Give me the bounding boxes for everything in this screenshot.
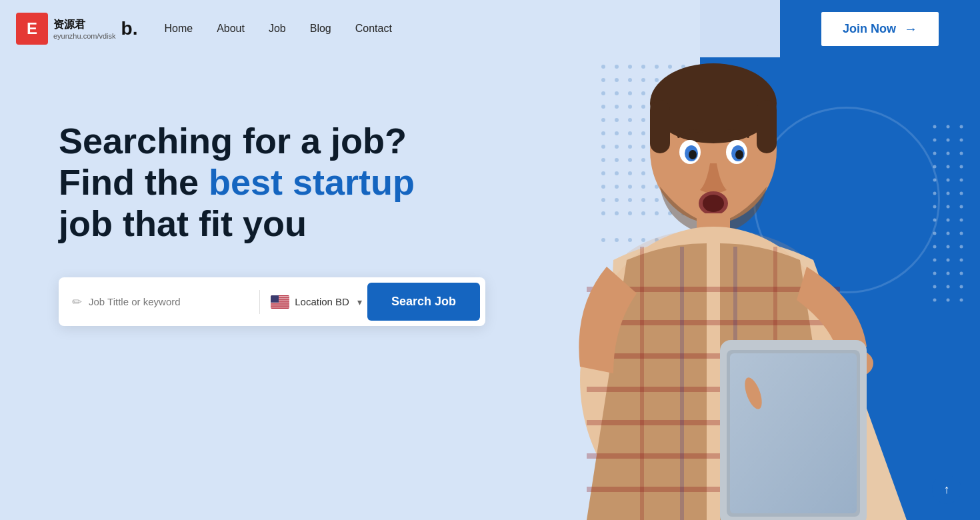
svg-point-142 — [947, 232, 950, 235]
nav: Home About Job Blog Contact — [164, 23, 391, 35]
logo: E 资源君 eyunzhu.com/vdisk b. — [16, 13, 137, 45]
svg-point-130 — [947, 179, 950, 182]
svg-rect-200 — [271, 305, 289, 306]
svg-point-156 — [933, 299, 937, 302]
arrow-up-icon: ↑ — [944, 483, 950, 497]
svg-rect-162 — [757, 100, 777, 153]
search-job-button[interactable]: Search Job — [367, 283, 480, 321]
svg-point-129 — [933, 179, 937, 182]
svg-point-117 — [933, 125, 937, 129]
nav-item-job[interactable]: Job — [269, 23, 286, 35]
pencil-icon: ✏ — [72, 295, 82, 309]
svg-rect-199 — [271, 303, 289, 305]
svg-point-151 — [947, 272, 950, 275]
svg-point-123 — [933, 152, 937, 155]
hero-content: Searching for a job? Find the best start… — [59, 120, 485, 326]
svg-rect-188 — [730, 353, 857, 513]
flag-icon — [271, 295, 289, 309]
svg-point-131 — [960, 179, 963, 182]
svg-point-139 — [947, 219, 950, 222]
svg-point-149 — [960, 259, 963, 262]
svg-point-122 — [960, 139, 963, 142]
logo-b-letter: b. — [121, 18, 138, 39]
svg-rect-195 — [271, 299, 289, 301]
header-left: E 资源君 eyunzhu.com/vdisk b. Home About Jo… — [0, 13, 392, 45]
svg-rect-174 — [587, 320, 840, 325]
svg-point-167 — [689, 150, 697, 159]
logo-text-block: 资源君 eyunzhu.com/vdisk — [53, 18, 116, 40]
job-search-input[interactable] — [89, 296, 249, 307]
svg-rect-201 — [271, 305, 289, 307]
location-selector[interactable]: Location BD ▾ — [271, 295, 362, 309]
scroll-up-button[interactable]: ↑ — [932, 475, 961, 504]
dot-pattern-right — [928, 120, 968, 320]
svg-point-153 — [933, 285, 937, 289]
svg-point-144 — [933, 245, 937, 249]
svg-point-124 — [947, 152, 950, 155]
location-text: Location BD — [295, 296, 349, 307]
nav-item-blog[interactable]: Blog — [310, 23, 331, 35]
join-now-button[interactable]: Join Now → — [820, 11, 940, 47]
logo-icon: E — [16, 13, 48, 45]
svg-point-150 — [933, 272, 937, 275]
logo-chinese-text: 资源君 — [53, 18, 116, 32]
svg-point-128 — [960, 165, 963, 169]
svg-point-168 — [735, 150, 743, 159]
svg-point-158 — [960, 299, 963, 302]
nav-item-about[interactable]: About — [217, 23, 245, 35]
svg-point-135 — [933, 205, 937, 209]
svg-point-145 — [947, 245, 950, 249]
svg-point-154 — [947, 285, 950, 289]
svg-point-132 — [933, 192, 937, 195]
svg-rect-198 — [271, 303, 289, 304]
svg-point-133 — [947, 192, 950, 195]
svg-rect-193 — [271, 297, 289, 299]
svg-point-148 — [947, 259, 950, 262]
svg-point-155 — [960, 285, 963, 289]
logo-url: eyunzhu.com/vdisk — [53, 32, 116, 40]
svg-point-127 — [947, 165, 950, 169]
svg-point-140 — [960, 219, 963, 222]
chevron-down-icon: ▾ — [357, 297, 362, 307]
header: E 资源君 eyunzhu.com/vdisk b. Home About Jo… — [0, 0, 980, 57]
search-bar: ✏ — [59, 277, 485, 326]
svg-rect-180 — [640, 247, 644, 520]
svg-point-125 — [960, 152, 963, 155]
svg-point-138 — [933, 219, 937, 222]
svg-point-141 — [933, 232, 937, 235]
svg-point-152 — [960, 272, 963, 275]
svg-rect-161 — [650, 100, 670, 153]
search-input-wrap: ✏ — [72, 295, 249, 309]
svg-rect-202 — [271, 307, 289, 308]
svg-point-137 — [960, 205, 963, 209]
header-right: Join Now → — [780, 0, 980, 57]
svg-point-143 — [960, 232, 963, 235]
svg-rect-196 — [271, 300, 289, 301]
svg-point-126 — [933, 165, 937, 169]
svg-point-121 — [947, 139, 950, 142]
svg-point-157 — [947, 299, 950, 302]
svg-point-147 — [933, 259, 937, 262]
svg-rect-194 — [271, 298, 289, 299]
svg-point-134 — [960, 192, 963, 195]
svg-rect-203 — [271, 307, 289, 309]
hero-section: // Will be rendered via inline approach — [0, 0, 980, 520]
svg-point-119 — [960, 125, 963, 129]
arrow-icon: → — [904, 21, 917, 37]
nav-item-contact[interactable]: Contact — [355, 23, 392, 35]
svg-point-146 — [960, 245, 963, 249]
svg-rect-191 — [271, 295, 289, 297]
nav-item-home[interactable]: Home — [164, 23, 193, 35]
person-image — [513, 40, 913, 520]
svg-rect-181 — [680, 247, 684, 520]
svg-point-170 — [703, 195, 724, 212]
svg-point-136 — [947, 205, 950, 209]
svg-rect-192 — [271, 296, 289, 297]
svg-point-120 — [933, 139, 937, 142]
divider — [259, 290, 260, 314]
svg-rect-204 — [271, 295, 279, 303]
svg-point-118 — [947, 125, 950, 129]
hero-title: Searching for a job? Find the best start… — [59, 120, 485, 244]
